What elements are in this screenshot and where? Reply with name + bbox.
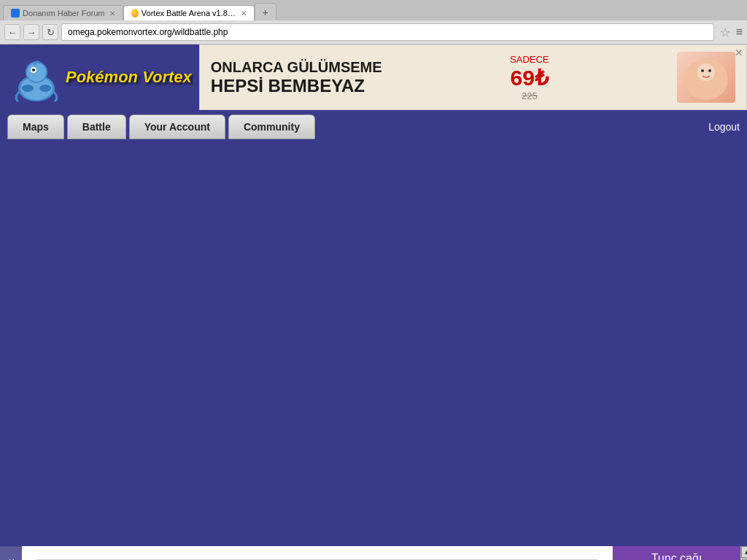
reload-btn[interactable]: ↻ <box>42 24 58 40</box>
logout-btn[interactable]: Logout <box>708 121 740 133</box>
ad-line2: HEPSİ BEMBEYAZ <box>211 76 382 96</box>
page-body: Pokédex Members Options Attack! Or Use a… <box>0 546 747 560</box>
ad-banner: ONLARCA GÜLÜMSEME HEPSİ BEMBEYAZ SADECE … <box>199 44 747 110</box>
right-ad-header: Tunç çağı <box>613 546 740 560</box>
right-ad: Tunç çağı Çağları yaşa! <box>613 546 740 560</box>
svg-point-7 <box>39 85 51 92</box>
browser-menu-icon[interactable]: ≡ <box>736 26 743 39</box>
nav-your-account[interactable]: Your Account <box>129 114 225 139</box>
nav-community[interactable]: Community <box>228 114 315 139</box>
svg-point-6 <box>22 85 34 92</box>
browser-tab-1[interactable]: Donanım Haber Forum ✕ <box>3 5 123 20</box>
svg-point-9 <box>697 63 715 81</box>
browser-toolbar: ← → ↻ ☆ ≡ <box>0 20 747 44</box>
ad-price-area: SADECE 69₺ 225 <box>510 54 549 101</box>
browser-chrome: Donanım Haber Forum ✕ Vortex Battle Aren… <box>0 0 747 44</box>
logo-pokemon-img <box>7 48 66 106</box>
nav-battle[interactable]: Battle <box>67 114 126 139</box>
ad-image <box>677 52 735 103</box>
nav-maps[interactable]: Maps <box>7 114 64 139</box>
right-sidebar: Tunç çağı Çağları yaşa! <box>612 546 747 560</box>
sidebar-item-pokedex[interactable]: Pokédex <box>0 546 22 560</box>
scroll-up-arrow[interactable]: ▲ <box>741 546 747 558</box>
ad-close-btn[interactable]: ✕ <box>735 47 743 58</box>
back-btn[interactable]: ← <box>4 24 20 40</box>
tab1-favicon <box>11 9 20 18</box>
nav-menu: Maps Battle Your Account Community <box>7 114 315 139</box>
left-sidebar: Pokédex Members Options <box>0 546 22 560</box>
svg-point-11 <box>708 69 711 72</box>
site-logo-text: Pokémon Vortex <box>66 68 192 87</box>
new-tab-btn[interactable]: + <box>255 3 276 20</box>
svg-point-5 <box>32 69 35 71</box>
svg-point-10 <box>701 69 704 72</box>
site-header-row: Pokémon Vortex ONLARCA GÜLÜMSEME HEPSİ B… <box>0 44 747 110</box>
tab1-close[interactable]: ✕ <box>109 9 115 18</box>
ad-price: 69₺ <box>510 65 549 90</box>
ad-price-old: 225 <box>510 90 549 101</box>
page-wrapper: Pokémon Vortex ONLARCA GÜLÜMSEME HEPSİ B… <box>0 44 747 546</box>
tab2-favicon <box>131 9 139 18</box>
scrollbar-right: ▲ ▼ <box>740 546 747 560</box>
bookmark-star-icon[interactable]: ☆ <box>717 26 733 39</box>
svg-point-3 <box>27 63 46 82</box>
browser-tab-2[interactable]: Vortex Battle Arena v1.8 - Ba... ✕ <box>123 5 255 20</box>
ad-price-label: SADECE <box>510 54 549 65</box>
new-tab-icon: + <box>262 7 268 18</box>
ad-line1: ONLARCA GÜLÜMSEME <box>211 59 382 76</box>
address-bar[interactable] <box>61 23 714 41</box>
ad-text: ONLARCA GÜLÜMSEME HEPSİ BEMBEYAZ <box>211 59 382 96</box>
tab2-close[interactable]: ✕ <box>241 9 247 18</box>
site-logo-area: Pokémon Vortex <box>0 44 199 110</box>
main-area: Attack! Or Use an Item You have no Maste… <box>22 546 612 560</box>
tab2-label: Vortex Battle Arena v1.8 - Ba... <box>142 9 236 18</box>
browser-tabs: Donanım Haber Forum ✕ Vortex Battle Aren… <box>0 0 747 20</box>
forward-btn[interactable]: → <box>23 24 39 40</box>
site-nav: Maps Battle Your Account Community Logou… <box>0 110 747 144</box>
tab1-label: Donanım Haber Forum <box>23 9 105 18</box>
